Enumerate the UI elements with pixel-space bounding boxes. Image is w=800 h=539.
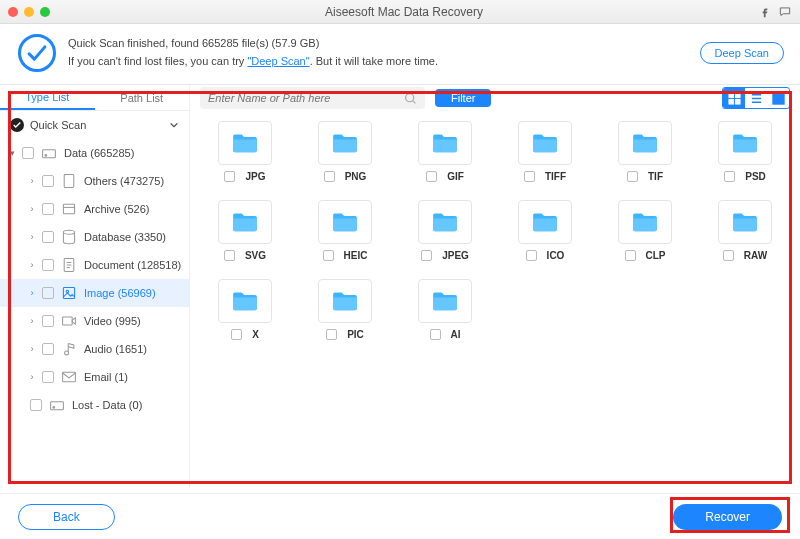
checkbox[interactable] — [324, 171, 335, 182]
grid-item[interactable]: RAW — [698, 200, 792, 261]
folder-icon[interactable] — [618, 200, 672, 244]
grid-item[interactable]: TIFF — [498, 121, 592, 182]
checkbox[interactable] — [724, 171, 735, 182]
chevron-right-icon[interactable]: › — [28, 176, 36, 186]
deep-scan-link[interactable]: "Deep Scan" — [247, 55, 309, 67]
chevron-right-icon[interactable]: › — [28, 288, 36, 298]
tree-item-video[interactable]: ›Video (995) — [0, 307, 189, 335]
grid-item[interactable]: X — [198, 279, 292, 340]
tree-item-audio[interactable]: ›Audio (1651) — [0, 335, 189, 363]
tree-item-archive[interactable]: ›Archive (526) — [0, 195, 189, 223]
checkbox[interactable] — [42, 315, 54, 327]
minimize-icon[interactable] — [24, 7, 34, 17]
svg-point-2 — [45, 155, 47, 157]
checkbox[interactable] — [723, 250, 734, 261]
tree-item-file[interactable]: ›Others (473275) — [0, 167, 189, 195]
grid-item[interactable]: GIF — [398, 121, 492, 182]
checkbox[interactable] — [430, 329, 441, 340]
folder-icon[interactable] — [718, 200, 772, 244]
checkbox[interactable] — [42, 371, 54, 383]
facebook-icon[interactable] — [758, 5, 772, 19]
svg-point-14 — [406, 93, 414, 101]
tree-item-mail[interactable]: ›Email (1) — [0, 363, 189, 391]
grid-item[interactable]: PNG — [298, 121, 392, 182]
tree-item-doc[interactable]: ›Document (128518) — [0, 251, 189, 279]
grid-item[interactable]: CLP — [598, 200, 692, 261]
checkbox[interactable] — [224, 250, 235, 261]
chevron-down-icon[interactable] — [169, 120, 179, 130]
checkbox[interactable] — [526, 250, 537, 261]
chevron-right-icon[interactable]: › — [28, 204, 36, 214]
grid-item-label: TIFF — [545, 171, 566, 182]
recover-button[interactable]: Recover — [673, 504, 782, 530]
view-grid-icon[interactable] — [723, 88, 745, 108]
folder-icon[interactable] — [218, 279, 272, 323]
chevron-right-icon[interactable]: › — [28, 232, 36, 242]
folder-icon[interactable] — [518, 121, 572, 165]
search-box[interactable] — [200, 87, 425, 109]
folder-icon[interactable] — [718, 121, 772, 165]
checkbox[interactable] — [421, 250, 432, 261]
traffic-lights[interactable] — [8, 7, 50, 17]
checkbox[interactable] — [22, 147, 34, 159]
checkbox[interactable] — [42, 259, 54, 271]
view-column-icon[interactable] — [767, 88, 789, 108]
filter-button[interactable]: Filter — [435, 89, 491, 107]
tab-type-list[interactable]: Type List — [0, 85, 95, 110]
quick-scan-section[interactable]: Quick Scan — [0, 111, 189, 139]
zoom-icon[interactable] — [40, 7, 50, 17]
chevron-right-icon[interactable]: › — [28, 372, 36, 382]
checkbox[interactable] — [524, 171, 535, 182]
checkbox[interactable] — [426, 171, 437, 182]
grid-item[interactable]: JPG — [198, 121, 292, 182]
folder-icon[interactable] — [318, 279, 372, 323]
grid-item[interactable]: TIF — [598, 121, 692, 182]
checkbox[interactable] — [224, 171, 235, 182]
checkbox[interactable] — [42, 287, 54, 299]
checkbox[interactable] — [42, 175, 54, 187]
tab-path-list[interactable]: Path List — [95, 85, 190, 110]
tree-lost[interactable]: Lost - Data (0) — [0, 391, 189, 419]
grid-item-label: SVG — [245, 250, 266, 261]
search-input[interactable] — [208, 92, 404, 104]
deep-scan-button[interactable]: Deep Scan — [700, 42, 784, 64]
checkbox[interactable] — [627, 171, 638, 182]
checkbox[interactable] — [42, 203, 54, 215]
tree-root[interactable]: ▾ Data (665285) — [0, 139, 189, 167]
folder-icon[interactable] — [318, 200, 372, 244]
checkbox[interactable] — [625, 250, 636, 261]
grid-item[interactable]: JPEG — [398, 200, 492, 261]
grid-item[interactable]: AI — [398, 279, 492, 340]
folder-icon[interactable] — [618, 121, 672, 165]
grid-item[interactable]: SVG — [198, 200, 292, 261]
tree-item-image[interactable]: ›Image (56969) — [0, 279, 189, 307]
grid-item[interactable]: HEIC — [298, 200, 392, 261]
view-list-icon[interactable] — [745, 88, 767, 108]
checkbox[interactable] — [326, 329, 337, 340]
grid-item[interactable]: ICO — [498, 200, 592, 261]
chevron-down-icon[interactable]: ▾ — [8, 148, 16, 158]
grid-item[interactable]: PSD — [698, 121, 792, 182]
search-icon[interactable] — [404, 92, 417, 105]
grid-item[interactable]: PIC — [298, 279, 392, 340]
folder-icon[interactable] — [418, 279, 472, 323]
folder-icon[interactable] — [418, 200, 472, 244]
chevron-right-icon[interactable]: › — [28, 260, 36, 270]
folder-icon[interactable] — [318, 121, 372, 165]
folder-icon[interactable] — [418, 121, 472, 165]
grid-item-label: PNG — [345, 171, 367, 182]
chevron-right-icon[interactable]: › — [28, 316, 36, 326]
folder-icon[interactable] — [218, 121, 272, 165]
chevron-right-icon[interactable]: › — [28, 344, 36, 354]
checkbox[interactable] — [42, 231, 54, 243]
folder-icon[interactable] — [518, 200, 572, 244]
checkbox[interactable] — [231, 329, 242, 340]
folder-icon[interactable] — [218, 200, 272, 244]
close-icon[interactable] — [8, 7, 18, 17]
checkbox[interactable] — [323, 250, 334, 261]
tree-item-db[interactable]: ›Database (3350) — [0, 223, 189, 251]
back-button[interactable]: Back — [18, 504, 115, 530]
feedback-icon[interactable] — [778, 5, 792, 19]
checkbox[interactable] — [42, 343, 54, 355]
checkbox[interactable] — [30, 399, 42, 411]
